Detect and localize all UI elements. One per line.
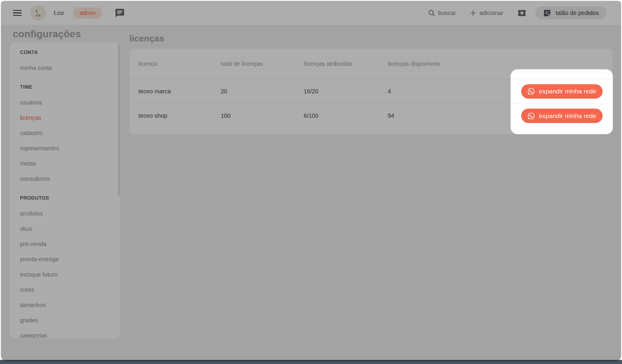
window-bottom-bar <box>0 360 622 364</box>
license-name: teceo shop <box>138 112 221 119</box>
sidebar-item-cores[interactable]: cores <box>20 282 120 297</box>
sidebar-item-categorias[interactable]: categorias <box>20 328 120 338</box>
whatsapp-icon <box>527 112 535 120</box>
order-pad-note-icon <box>543 9 551 17</box>
sidebar-item-consultores[interactable]: consultores <box>20 171 120 186</box>
add-label: adicionar <box>479 10 503 16</box>
app-window: t. co t.co admin buscar adicionar <box>1 1 621 361</box>
sidebar-item-minha-conta[interactable]: minha conta <box>20 60 120 75</box>
sidebar-item-usuarios[interactable]: usuários <box>20 95 120 110</box>
column-header-disponiveis: licenças disponíveis <box>388 60 521 67</box>
nav-section-header-time: TIME <box>20 80 120 95</box>
activity-ticket-star-icon[interactable] <box>517 9 526 18</box>
license-total: 100 <box>221 112 304 119</box>
whatsapp-icon <box>527 87 535 95</box>
settings-nav: CONTA minha conta TIME usuários licenças… <box>20 45 120 338</box>
nav-section-header-produtos: PRODUTOS <box>20 191 120 206</box>
nav-section-header-conta: CONTA <box>20 45 120 60</box>
search-button[interactable]: buscar <box>428 9 456 17</box>
license-name: teceo marca <box>138 88 221 95</box>
chat-icon[interactable] <box>115 8 125 18</box>
table-header-row: licença total de licenças licenças atrib… <box>129 49 613 79</box>
role-badge: admin <box>73 7 102 19</box>
table-row-teceo-shop: teceo shop 100 6/100 94 expandir minha r… <box>129 104 613 128</box>
license-total: 20 <box>221 88 304 95</box>
expand-network-label: expandir minha rede <box>539 112 596 119</box>
topbar-actions: buscar adicionar talão de pedidos <box>428 6 606 19</box>
license-available: 94 <box>388 112 521 119</box>
brand-name: t.co <box>54 9 64 16</box>
sidebar-item-estoque-futuro[interactable]: estoque futuro <box>20 267 120 282</box>
expand-network-button[interactable]: expandir minha rede <box>521 84 603 99</box>
brand-logo-text-bottom: co <box>36 13 40 17</box>
sidebar-item-produtos[interactable]: produtos <box>20 206 120 221</box>
sidebar-item-licencas[interactable]: licenças <box>20 110 120 125</box>
license-available: 4 <box>388 88 521 95</box>
sidebar-item-representantes[interactable]: representantes <box>20 141 120 156</box>
sidebar-item-grades[interactable]: grades <box>20 313 120 328</box>
sidebar-item-cadastro[interactable]: cadastro <box>20 125 120 141</box>
plus-icon <box>469 9 477 17</box>
table-row-teceo-marca: teceo marca 20 16/20 4 expandir minha re… <box>129 79 613 104</box>
sidebar-scrollbar-thumb[interactable] <box>118 44 120 196</box>
settings-sidebar: configurações CONTA minha conta TIME usu… <box>1 25 123 338</box>
settings-title: configurações <box>13 27 123 40</box>
menu-icon[interactable] <box>13 10 22 16</box>
sidebar-item-skus[interactable]: skus <box>20 221 120 236</box>
licenses-table-card: licença total de licenças licenças atrib… <box>129 49 613 134</box>
column-header-total: total de licenças <box>221 60 304 67</box>
topbar: t. co t.co admin buscar adicionar <box>1 1 621 25</box>
nav-section-produtos: PRODUTOS produtos skus pré-venda pronta-… <box>20 191 120 338</box>
sidebar-item-pronta-entrega[interactable]: pronta-entrega <box>20 252 120 267</box>
sidebar-item-metas[interactable]: metas <box>20 156 120 171</box>
settings-nav-card: CONTA minha conta TIME usuários licenças… <box>10 43 120 338</box>
search-label: buscar <box>438 10 456 16</box>
nav-section-conta: CONTA minha conta <box>20 45 120 75</box>
expand-network-label: expandir minha rede <box>539 88 596 95</box>
license-assigned: 16/20 <box>304 88 388 95</box>
page-title: licenças <box>129 33 621 44</box>
order-pad-label: talão de pedidos <box>556 10 599 16</box>
add-button[interactable]: adicionar <box>469 9 503 17</box>
search-icon <box>428 9 436 17</box>
nav-section-time: TIME usuários licenças cadastro represen… <box>20 80 120 186</box>
brand-logo[interactable]: t. co <box>31 5 46 21</box>
sidebar-item-tamanhos[interactable]: tamanhos <box>20 297 120 313</box>
column-header-licenca: licença <box>138 60 221 67</box>
order-pad-button[interactable]: talão de pedidos <box>535 6 606 19</box>
column-header-atribuidas: licenças atribuídas <box>304 60 388 67</box>
licenses-page: licenças licença total de licenças licen… <box>123 25 621 134</box>
sidebar-item-pre-venda[interactable]: pré-venda <box>20 236 120 252</box>
license-assigned: 6/100 <box>304 112 388 119</box>
expand-network-button[interactable]: expandir minha rede <box>521 109 603 123</box>
